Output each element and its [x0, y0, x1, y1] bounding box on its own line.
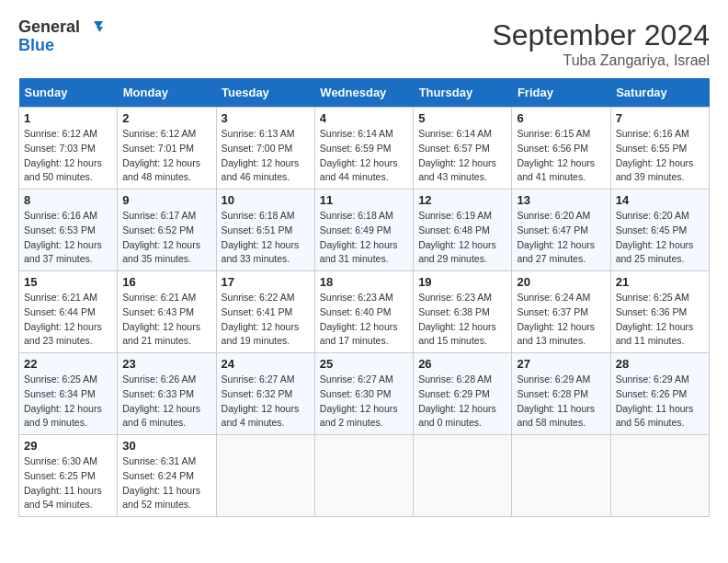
day-number: 28 — [616, 357, 704, 371]
day-number: 23 — [122, 357, 210, 371]
day-info: Sunrise: 6:18 AM Sunset: 6:49 PM Dayligh… — [320, 209, 408, 267]
table-row — [314, 435, 413, 517]
day-number: 8 — [24, 193, 112, 207]
header-sunday: Sunday — [19, 78, 118, 108]
calendar-week-row: 15Sunrise: 6:21 AM Sunset: 6:44 PM Dayli… — [19, 271, 710, 353]
day-number: 14 — [616, 193, 704, 207]
day-info: Sunrise: 6:16 AM Sunset: 6:53 PM Dayligh… — [24, 209, 112, 267]
table-row: 6Sunrise: 6:15 AM Sunset: 6:56 PM Daylig… — [512, 108, 610, 190]
table-row: 8Sunrise: 6:16 AM Sunset: 6:53 PM Daylig… — [19, 190, 118, 271]
day-info: Sunrise: 6:12 AM Sunset: 7:01 PM Dayligh… — [122, 127, 210, 185]
table-row: 25Sunrise: 6:27 AM Sunset: 6:30 PM Dayli… — [314, 353, 413, 435]
table-row: 12Sunrise: 6:19 AM Sunset: 6:48 PM Dayli… — [414, 190, 512, 271]
calendar-header-row: Sunday Monday Tuesday Wednesday Thursday… — [19, 78, 710, 108]
header-wednesday: Wednesday — [314, 78, 413, 108]
day-number: 1 — [24, 111, 112, 125]
table-row — [414, 435, 512, 517]
day-info: Sunrise: 6:23 AM Sunset: 6:38 PM Dayligh… — [418, 291, 506, 349]
table-row: 17Sunrise: 6:22 AM Sunset: 6:41 PM Dayli… — [216, 271, 314, 353]
day-number: 11 — [320, 193, 408, 207]
day-number: 30 — [122, 439, 210, 453]
day-number: 19 — [418, 275, 506, 289]
logo: General Blue — [18, 18, 103, 55]
header-saturday: Saturday — [610, 78, 709, 108]
day-number: 6 — [517, 111, 605, 125]
day-info: Sunrise: 6:21 AM Sunset: 6:44 PM Dayligh… — [24, 291, 112, 349]
table-row: 26Sunrise: 6:28 AM Sunset: 6:29 PM Dayli… — [414, 353, 512, 435]
table-row: 24Sunrise: 6:27 AM Sunset: 6:32 PM Dayli… — [216, 353, 314, 435]
calendar-week-row: 1Sunrise: 6:12 AM Sunset: 7:03 PM Daylig… — [19, 108, 710, 190]
table-row: 16Sunrise: 6:21 AM Sunset: 6:43 PM Dayli… — [118, 271, 216, 353]
day-info: Sunrise: 6:24 AM Sunset: 6:37 PM Dayligh… — [517, 291, 605, 349]
day-info: Sunrise: 6:25 AM Sunset: 6:34 PM Dayligh… — [24, 373, 112, 431]
table-row — [216, 435, 314, 517]
table-row: 10Sunrise: 6:18 AM Sunset: 6:51 PM Dayli… — [216, 190, 314, 271]
day-number: 10 — [222, 193, 310, 207]
table-row: 29Sunrise: 6:30 AM Sunset: 6:25 PM Dayli… — [19, 435, 118, 517]
day-info: Sunrise: 6:29 AM Sunset: 6:28 PM Dayligh… — [517, 373, 605, 431]
table-row: 19Sunrise: 6:23 AM Sunset: 6:38 PM Dayli… — [414, 271, 512, 353]
svg-marker-1 — [97, 27, 103, 32]
table-row: 14Sunrise: 6:20 AM Sunset: 6:45 PM Dayli… — [610, 190, 709, 271]
day-info: Sunrise: 6:30 AM Sunset: 6:25 PM Dayligh… — [24, 454, 112, 512]
header-thursday: Thursday — [414, 78, 512, 108]
day-number: 22 — [24, 357, 112, 371]
day-number: 18 — [320, 275, 408, 289]
day-info: Sunrise: 6:21 AM Sunset: 6:43 PM Dayligh… — [122, 291, 210, 349]
day-info: Sunrise: 6:16 AM Sunset: 6:55 PM Dayligh… — [616, 127, 704, 185]
day-info: Sunrise: 6:27 AM Sunset: 6:30 PM Dayligh… — [320, 373, 408, 431]
table-row: 30Sunrise: 6:31 AM Sunset: 6:24 PM Dayli… — [118, 435, 216, 517]
calendar-week-row: 22Sunrise: 6:25 AM Sunset: 6:34 PM Dayli… — [19, 353, 710, 435]
location-subtitle: Tuba Zangariya, Israel — [492, 52, 710, 69]
table-row: 15Sunrise: 6:21 AM Sunset: 6:44 PM Dayli… — [19, 271, 118, 353]
day-number: 16 — [122, 275, 210, 289]
header-tuesday: Tuesday — [216, 78, 314, 108]
table-row: 20Sunrise: 6:24 AM Sunset: 6:37 PM Dayli… — [512, 271, 610, 353]
table-row: 28Sunrise: 6:29 AM Sunset: 6:26 PM Dayli… — [610, 353, 709, 435]
table-row: 7Sunrise: 6:16 AM Sunset: 6:55 PM Daylig… — [610, 108, 709, 190]
calendar-week-row: 29Sunrise: 6:30 AM Sunset: 6:25 PM Dayli… — [19, 435, 710, 517]
page-header: General Blue September 2024 Tuba Zangari… — [18, 18, 710, 69]
table-row: 2Sunrise: 6:12 AM Sunset: 7:01 PM Daylig… — [118, 108, 216, 190]
day-number: 13 — [517, 193, 605, 207]
table-row — [512, 435, 610, 517]
day-number: 3 — [222, 111, 310, 125]
day-info: Sunrise: 6:15 AM Sunset: 6:56 PM Dayligh… — [517, 127, 605, 185]
logo-bird-icon — [85, 19, 103, 36]
day-number: 29 — [24, 439, 112, 453]
day-number: 4 — [320, 111, 408, 125]
day-number: 12 — [418, 193, 506, 207]
table-row: 4Sunrise: 6:14 AM Sunset: 6:59 PM Daylig… — [314, 108, 413, 190]
title-block: September 2024 Tuba Zangariya, Israel — [492, 18, 710, 69]
calendar-week-row: 8Sunrise: 6:16 AM Sunset: 6:53 PM Daylig… — [19, 190, 710, 271]
table-row: 22Sunrise: 6:25 AM Sunset: 6:34 PM Dayli… — [19, 353, 118, 435]
day-info: Sunrise: 6:14 AM Sunset: 6:57 PM Dayligh… — [418, 127, 506, 185]
day-info: Sunrise: 6:20 AM Sunset: 6:45 PM Dayligh… — [616, 209, 704, 267]
day-number: 15 — [24, 275, 112, 289]
day-info: Sunrise: 6:17 AM Sunset: 6:52 PM Dayligh… — [122, 209, 210, 267]
day-info: Sunrise: 6:20 AM Sunset: 6:47 PM Dayligh… — [517, 209, 605, 267]
table-row: 1Sunrise: 6:12 AM Sunset: 7:03 PM Daylig… — [19, 108, 118, 190]
day-info: Sunrise: 6:28 AM Sunset: 6:29 PM Dayligh… — [418, 373, 506, 431]
month-title: September 2024 — [492, 18, 710, 52]
day-number: 9 — [122, 193, 210, 207]
day-number: 27 — [517, 357, 605, 371]
day-info: Sunrise: 6:29 AM Sunset: 6:26 PM Dayligh… — [616, 373, 704, 431]
table-row: 11Sunrise: 6:18 AM Sunset: 6:49 PM Dayli… — [314, 190, 413, 271]
day-number: 20 — [517, 275, 605, 289]
day-info: Sunrise: 6:14 AM Sunset: 6:59 PM Dayligh… — [320, 127, 408, 185]
day-number: 17 — [222, 275, 310, 289]
header-monday: Monday — [118, 78, 216, 108]
table-row: 18Sunrise: 6:23 AM Sunset: 6:40 PM Dayli… — [314, 271, 413, 353]
day-info: Sunrise: 6:18 AM Sunset: 6:51 PM Dayligh… — [222, 209, 310, 267]
day-info: Sunrise: 6:25 AM Sunset: 6:36 PM Dayligh… — [616, 291, 704, 349]
day-info: Sunrise: 6:23 AM Sunset: 6:40 PM Dayligh… — [320, 291, 408, 349]
day-info: Sunrise: 6:12 AM Sunset: 7:03 PM Dayligh… — [24, 127, 112, 185]
day-number: 7 — [616, 111, 704, 125]
table-row: 23Sunrise: 6:26 AM Sunset: 6:33 PM Dayli… — [118, 353, 216, 435]
header-friday: Friday — [512, 78, 610, 108]
day-number: 26 — [418, 357, 506, 371]
day-number: 21 — [616, 275, 704, 289]
table-row: 21Sunrise: 6:25 AM Sunset: 6:36 PM Dayli… — [610, 271, 709, 353]
day-info: Sunrise: 6:26 AM Sunset: 6:33 PM Dayligh… — [122, 373, 210, 431]
